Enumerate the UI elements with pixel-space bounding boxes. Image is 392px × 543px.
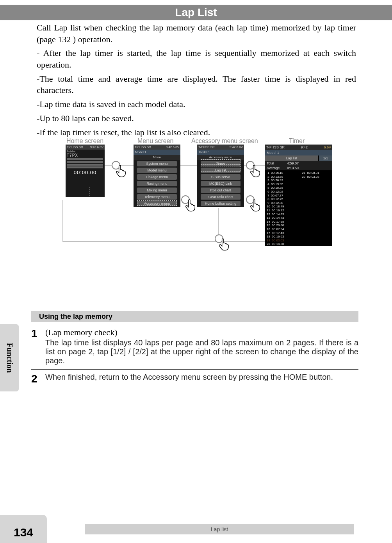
status-left: T-FHSS SR: [198, 145, 215, 149]
lap-row: 11 00:16.92: [267, 209, 302, 213]
accessory-menu-item[interactable]: Roll out chart: [201, 188, 241, 193]
step-2: 2 When finished, return to the Accessory…: [31, 370, 358, 388]
lap-row: 17 00:17.43: [267, 231, 302, 235]
paragraph: -The total time and average time are dis…: [37, 73, 356, 96]
bar-line: [67, 166, 103, 168]
hand-icon: [218, 238, 231, 251]
diagram-label-menu: Menu screen: [137, 138, 174, 145]
step-text: When finished, return to the Accessory m…: [45, 373, 333, 381]
page-indicator[interactable]: 1/1: [319, 155, 332, 161]
status-right: 9:42 6.0V: [90, 145, 103, 149]
lap-data-area: 1 00:15.18 2 00:13.68 3 00:20.97 4 00:13…: [265, 170, 332, 247]
step-1: 1 (Lap memory check) The lap time list d…: [31, 324, 358, 370]
status-bar: T-FHSS SR 9:42 6.0V: [134, 145, 180, 150]
status-right: 9:42 6.0V: [230, 145, 243, 149]
lap-row: 2 00:13.68: [267, 175, 302, 179]
footer-bar: Lap list: [85, 524, 354, 534]
diagram-label-timer: Timer: [289, 138, 305, 145]
lap-column-2: 21 00:08.0122 00:03.28: [302, 171, 331, 246]
model-name: Model 1: [134, 150, 180, 155]
bar-line: [67, 161, 103, 163]
lap-row: 9 00:12.30: [267, 201, 302, 205]
highlight-box-timer: [201, 159, 241, 165]
total-row: Total 4:59.07: [265, 161, 332, 166]
screen-title: Lap list: [265, 155, 318, 161]
menu-item[interactable]: Telemetry menu: [137, 194, 177, 200]
paragraph: -Lap time data is saved in each model da…: [37, 98, 356, 110]
step-text: The lap time list displays 40 laps per p…: [45, 338, 358, 365]
lap-row: 3 00:20.97: [267, 179, 302, 182]
model-name: Model 1: [197, 150, 244, 155]
title-row: Lap list 1/1: [265, 155, 332, 161]
step-number: 2: [31, 373, 45, 384]
lap-list-screen: T-FHSS SR 9:42 6.6V Model 1 Lap list 1/1…: [265, 145, 332, 246]
status-voltage: 6.6V: [324, 145, 331, 149]
section-header-text: Using the lap memory: [39, 313, 112, 320]
highlight-box: [67, 187, 89, 196]
step-body: When finished, return to the Accessory m…: [45, 373, 333, 384]
page-title-bar: Lap List: [0, 5, 392, 20]
step-number: 1: [31, 327, 45, 365]
status-right: 9:42 6.0V: [166, 145, 179, 149]
lap-row: 20 00:14.88: [267, 242, 302, 246]
product-label: T7PX: [66, 153, 105, 157]
lap-row: 15 00:20.80: [267, 223, 302, 227]
menu-item[interactable]: Linkage menu: [137, 174, 177, 180]
bar-line: [67, 164, 103, 166]
steps-list: 1 (Lap memory check) The lap time list d…: [31, 324, 358, 388]
side-tab-label: Function: [5, 343, 14, 373]
lap-row: 14 00:17.95: [267, 220, 302, 224]
manual-page: Lap List Call Lap list when checking the…: [0, 0, 392, 543]
diagram-label-accessory: Accessory menu screen: [191, 138, 258, 145]
status-bar: T-FHSS SR 9:42 6.0V: [66, 145, 105, 150]
hand-icon: [184, 198, 198, 212]
highlight-box-laplist: [201, 166, 241, 171]
highlight-box: [137, 200, 177, 206]
accessory-menu-item[interactable]: Gear ratio chart: [201, 194, 241, 200]
connector: [180, 165, 197, 166]
home-timer-value: 00:00.00: [66, 170, 105, 175]
status-left: T-FHSS SR: [67, 145, 83, 149]
brand-label: Futaba: [66, 150, 105, 153]
side-tab: Function: [0, 324, 19, 391]
status-bar: T-FHSS SR 9:42 6.0V: [197, 145, 244, 150]
status-left: T-FHSS SR: [135, 145, 151, 149]
status-bar: T-FHSS SR 9:42 6.6V: [265, 145, 332, 150]
total-label: Total: [267, 161, 287, 165]
accessory-menu-item[interactable]: MC(ESC)-Link: [201, 181, 241, 186]
accessory-menu-item[interactable]: S.Bus servo: [201, 174, 241, 180]
diagram-label-home: Home screen: [66, 138, 103, 145]
home-screen: T-FHSS SR 9:42 6.0V Futaba T7PX 00:00.00: [66, 145, 105, 197]
paragraph: -Up to 80 laps can be saved.: [37, 113, 356, 124]
lap-row: 13 00:14.73: [267, 216, 302, 220]
bar-line: [67, 158, 103, 160]
accessory-menu-item[interactable]: Home button setting: [201, 201, 241, 206]
lap-row: 1 00:15.18: [267, 171, 302, 175]
step-title: (Lap memory check): [45, 327, 358, 338]
hand-icon: [115, 164, 128, 177]
lap-row: 16 00:07.94: [267, 227, 302, 231]
footer-text: Lap list: [211, 526, 228, 532]
menu-item[interactable]: Racing menu: [137, 181, 177, 186]
lap-row: 8 00:12.75: [267, 197, 302, 201]
hand-icon: [249, 198, 262, 212]
menu-item[interactable]: Mixing menu: [137, 188, 177, 193]
model-name: Model 1: [265, 150, 332, 155]
lap-row: 18 00:16.63: [267, 235, 302, 239]
lap-row: 19 00:03.03: [267, 239, 302, 243]
menu-item-list: System menuModel menuLinkage menuRacing …: [134, 161, 180, 206]
menu-item[interactable]: Model menu: [137, 168, 177, 173]
page-number-box: 134: [0, 515, 47, 543]
page-title: Lap List: [175, 6, 217, 18]
lap-row: 10 00:18.49: [267, 205, 302, 209]
average-row: Average 0:13.59: [265, 166, 332, 170]
step-body: (Lap memory check) The lap time list dis…: [45, 327, 358, 365]
menu-item[interactable]: System menu: [137, 161, 177, 166]
lap-row: 4 00:13.95: [267, 182, 302, 186]
lap-row: 22 00:03.28: [302, 175, 331, 179]
paragraph: -If the lap timer is reset, the lap list…: [37, 127, 356, 138]
status-time: 9:42: [301, 145, 308, 149]
lap-row: 12 00:14.83: [267, 213, 302, 216]
paragraph: - After the lap timer is started, the la…: [37, 47, 356, 70]
section-header: Using the lap memory: [31, 311, 358, 322]
